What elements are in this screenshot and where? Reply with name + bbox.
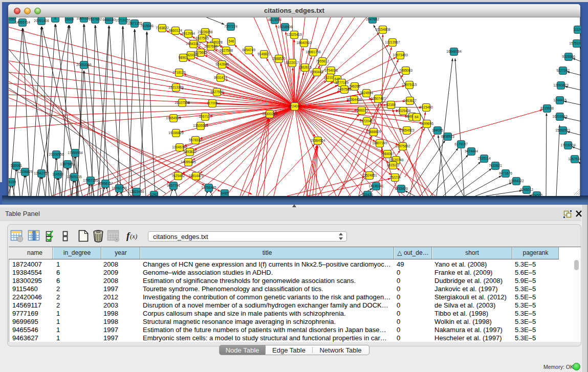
svg-text:3824554: 3824554: [360, 91, 373, 95]
svg-text:7163822: 7163822: [156, 26, 169, 30]
svg-text:18300295: 18300295: [262, 112, 277, 116]
svg-text:18640910: 18640910: [296, 41, 312, 45]
svg-text:19218506: 19218506: [277, 25, 293, 29]
svg-text:12156829: 12156829: [17, 170, 33, 173]
svg-text:933426: 933426: [362, 193, 373, 196]
svg-text:1267534: 1267534: [568, 157, 581, 161]
svg-text:117006: 117006: [207, 101, 218, 105]
svg-text:16961758: 16961758: [306, 50, 321, 54]
svg-text:10975692: 10975692: [395, 144, 410, 148]
svg-text:12093873: 12093873: [553, 83, 569, 87]
svg-text:8031414: 8031414: [214, 76, 227, 79]
svg-text:12325419: 12325419: [287, 33, 302, 36]
svg-text:13756485: 13756485: [201, 186, 216, 189]
svg-text:1733426: 1733426: [395, 187, 408, 190]
svg-text:12942757: 12942757: [34, 171, 49, 175]
svg-text:6485: 6485: [221, 191, 229, 195]
svg-text:13975857: 13975857: [60, 162, 75, 166]
svg-text:1527602: 1527602: [89, 17, 102, 21]
svg-text:535061: 535061: [11, 164, 22, 167]
svg-text:10958157: 10958157: [98, 182, 113, 185]
svg-text:7357224: 7357224: [224, 25, 237, 28]
svg-text:164095: 164095: [432, 128, 443, 132]
svg-text:6794028: 6794028: [324, 69, 338, 72]
svg-text:9115460: 9115460: [420, 105, 433, 109]
svg-text:15720407: 15720407: [359, 119, 375, 123]
svg-text:8322017: 8322017: [286, 61, 299, 64]
svg-text:19654935: 19654935: [166, 116, 181, 120]
svg-text:16648784: 16648784: [446, 50, 462, 53]
svg-text:13524851: 13524851: [362, 173, 377, 177]
svg-text:2047682: 2047682: [366, 17, 379, 21]
svg-text:10543362: 10543362: [186, 42, 201, 46]
svg-text:2367608: 2367608: [204, 45, 217, 48]
svg-text:10046766: 10046766: [172, 145, 187, 149]
svg-text:5493822: 5493822: [183, 150, 197, 154]
svg-text:8813054: 8813054: [268, 18, 281, 21]
svg-text:17957255: 17957255: [83, 179, 98, 182]
svg-text:12213967: 12213967: [385, 40, 400, 44]
svg-text:0699695: 0699695: [420, 122, 433, 125]
svg-text:9327508: 9327508: [220, 49, 233, 52]
svg-text:9227342: 9227342: [556, 69, 570, 72]
svg-text:14136141: 14136141: [368, 184, 384, 188]
svg-text:15692971: 15692971: [555, 128, 571, 132]
svg-text:9777169: 9777169: [335, 81, 349, 84]
svg-text:9245012: 9245012: [520, 188, 533, 191]
svg-text:9327505: 9327505: [195, 36, 209, 40]
svg-text:15751074: 15751074: [569, 41, 581, 45]
svg-text:1292: 1292: [150, 193, 158, 196]
svg-text:8: 8: [54, 17, 56, 20]
svg-text:7986372: 7986372: [355, 108, 368, 112]
svg-text:14055714: 14055714: [15, 20, 30, 24]
svg-text:9474444: 9474444: [465, 149, 478, 153]
svg-text:1724007: 1724007: [288, 104, 301, 108]
svg-text:9427552: 9427552: [210, 90, 224, 94]
svg-text:252214: 252214: [389, 176, 401, 179]
svg-text:16107553: 16107553: [175, 101, 190, 104]
svg-text:16600: 16600: [64, 17, 74, 21]
svg-text:11120: 11120: [573, 28, 581, 31]
svg-text:9146821: 9146821: [257, 52, 271, 56]
svg-text:114519: 114519: [52, 172, 63, 176]
svg-text:10507487: 10507487: [371, 97, 386, 100]
svg-text:3267110: 3267110: [199, 115, 212, 118]
svg-text:64: 64: [415, 115, 419, 119]
svg-text:10654122: 10654122: [509, 179, 524, 183]
svg-text:19384554: 19384554: [310, 139, 325, 142]
svg-text:6179197: 6179197: [454, 142, 468, 146]
svg-text:17359954: 17359954: [68, 151, 83, 155]
svg-text:8912954: 8912954: [182, 32, 195, 35]
svg-text:10973493: 10973493: [393, 53, 408, 57]
svg-text:12975115: 12975115: [402, 83, 417, 86]
svg-text:8454749: 8454749: [242, 48, 255, 52]
svg-text:5578332: 5578332: [189, 138, 202, 142]
svg-text:9242848: 9242848: [215, 62, 229, 66]
svg-text:13535594: 13535594: [193, 124, 208, 127]
svg-text:2718126: 2718126: [172, 71, 186, 74]
svg-text:19166825: 19166825: [168, 131, 184, 135]
svg-text:18807249: 18807249: [372, 141, 387, 145]
svg-text:546: 546: [228, 39, 234, 43]
svg-text:7632621: 7632621: [489, 164, 502, 167]
svg-text:6466160: 6466160: [102, 18, 116, 21]
svg-text:19654923: 19654923: [399, 128, 415, 132]
svg-text:17016504: 17016504: [560, 143, 576, 147]
svg-text:39159: 39159: [9, 180, 16, 184]
svg-text:14099485: 14099485: [181, 160, 196, 164]
svg-text:1362615: 1362615: [298, 65, 312, 69]
svg-text:20053346: 20053346: [76, 63, 92, 67]
svg-text:20206556: 20206556: [49, 152, 64, 156]
svg-text:16210643: 16210643: [552, 115, 568, 118]
svg-text:7625402: 7625402: [171, 174, 185, 178]
svg-text:9657791: 9657791: [167, 184, 180, 187]
svg-text:62160: 62160: [386, 103, 396, 106]
svg-text:8990448: 8990448: [310, 70, 323, 74]
svg-text:12823446: 12823446: [129, 190, 144, 193]
svg-text:20364436: 20364436: [346, 98, 362, 101]
svg-text:924503: 924503: [531, 193, 542, 196]
svg-text:10688609: 10688609: [366, 130, 381, 134]
svg-text:8471676: 8471676: [499, 171, 512, 175]
svg-text:1815112: 1815112: [386, 163, 400, 167]
svg-text:10154808: 10154808: [375, 28, 390, 31]
